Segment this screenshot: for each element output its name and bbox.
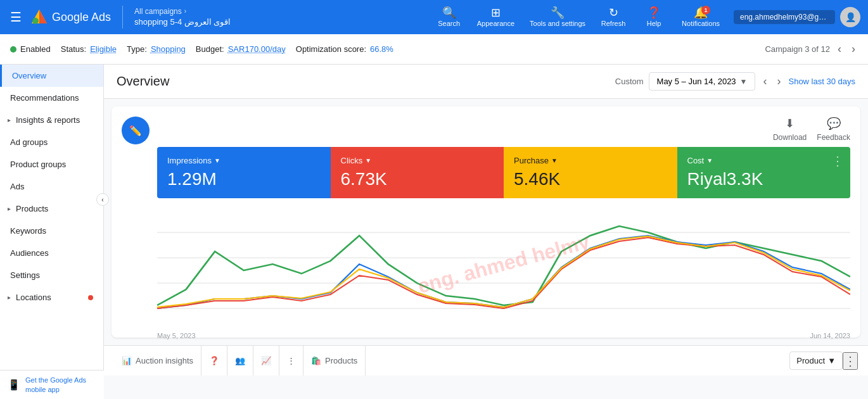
date-range-text: May 5 – Jun 14, 2023 bbox=[657, 77, 736, 86]
show-last-button[interactable]: Show last 30 days bbox=[788, 77, 855, 86]
feedback-label: Feedback bbox=[817, 133, 850, 142]
recommendations-label: Recommendations bbox=[10, 93, 79, 103]
sidebar: Overview Recommendations ▸ Insights & re… bbox=[0, 65, 104, 399]
sidebar-item-recommendations[interactable]: Recommendations bbox=[0, 87, 103, 109]
bottom-bar: 📊 Auction insights ❓ 👥 📈 ⋮ 🛍️ Products P… bbox=[104, 345, 868, 376]
clicks-card[interactable]: Clicks ▼ 6.73K bbox=[331, 147, 504, 198]
cost-card[interactable]: Cost ▼ Riyal3.3K ⋮ bbox=[677, 147, 851, 198]
search-nav-button[interactable]: 🔍 Search bbox=[430, 4, 468, 30]
status-value[interactable]: Eligible bbox=[90, 44, 117, 54]
date-dropdown-icon: ▼ bbox=[740, 77, 748, 86]
mobile-app-footer[interactable]: 📱 Get the Google Ads mobile app bbox=[0, 370, 104, 399]
overview-title: Overview bbox=[117, 74, 169, 89]
campaign-name-label: shopping 5-4 اقوى العروض bbox=[134, 16, 231, 28]
main-content: Overview Custom May 5 – Jun 14, 2023 ▼ ‹… bbox=[104, 65, 868, 399]
enabled-dot bbox=[10, 46, 16, 53]
insights-label: Insights & reports bbox=[16, 115, 80, 125]
user-email[interactable]: eng.ahmedhelmy93@gmail.co... bbox=[734, 10, 835, 24]
budget-value[interactable]: SAR170.00/day bbox=[228, 44, 286, 54]
campaign-navigation: Campaign 3 of 12 ‹ › bbox=[765, 40, 858, 58]
notification-badge: 🔔 1 bbox=[694, 7, 708, 18]
chart-dates: May 5, 2023 Jun 14, 2023 bbox=[157, 332, 850, 339]
hamburger-icon[interactable]: ☰ bbox=[8, 7, 24, 27]
svg-marker-1 bbox=[39, 10, 47, 23]
prev-campaign-button[interactable]: ‹ bbox=[835, 40, 844, 58]
bottom-more-button[interactable]: ⋮ bbox=[843, 352, 858, 370]
more-options-icon[interactable]: ⋮ bbox=[831, 153, 844, 168]
next-campaign-button[interactable]: › bbox=[849, 40, 858, 58]
product-dropdown-label: Product bbox=[796, 356, 825, 365]
optimization-value: 66.8% bbox=[370, 44, 393, 54]
impressions-card[interactable]: Impressions ▼ 1.29M bbox=[157, 147, 331, 198]
tools-nav-button[interactable]: 🔧 Tools and settings bbox=[523, 4, 592, 30]
feedback-icon: 💬 bbox=[827, 117, 841, 130]
sidebar-item-settings[interactable]: Settings bbox=[0, 264, 103, 286]
edit-button[interactable]: ✏️ bbox=[122, 117, 150, 144]
enabled-label: Enabled bbox=[20, 44, 51, 54]
help-label: Help bbox=[647, 20, 661, 27]
prev-date-button[interactable]: ‹ bbox=[760, 72, 769, 91]
sidebar-item-overview[interactable]: Overview bbox=[0, 65, 103, 87]
avatar[interactable]: 👤 bbox=[840, 7, 860, 27]
products-expand-icon: ▸ bbox=[8, 205, 11, 212]
audiences-label: Audiences bbox=[10, 248, 49, 258]
locations-alert-dot bbox=[88, 295, 93, 300]
budget-label-text: Budget: bbox=[196, 44, 224, 54]
status-label-text: Status: bbox=[61, 44, 86, 54]
pencil-icon: ✏️ bbox=[129, 125, 142, 137]
clicks-dropdown-icon: ▼ bbox=[365, 157, 371, 164]
type-value[interactable]: Shopping bbox=[151, 44, 186, 54]
impressions-dropdown-icon: ▼ bbox=[214, 157, 220, 164]
appearance-nav-button[interactable]: ⊞ Appearance bbox=[471, 4, 521, 30]
sidebar-item-ads[interactable]: Ads bbox=[0, 175, 103, 198]
locations-expand-icon: ▸ bbox=[8, 294, 11, 301]
locations-label: Locations bbox=[16, 293, 51, 302]
mobile-icon: 📱 bbox=[8, 379, 20, 391]
products-label: Products bbox=[16, 204, 48, 213]
nav-divider bbox=[122, 6, 123, 28]
auction-insights-label: Auction insights bbox=[136, 356, 193, 365]
search-icon: 🔍 bbox=[442, 7, 456, 18]
products-bottom-item[interactable]: 🛍️ Products bbox=[303, 346, 366, 376]
sidebar-item-insights[interactable]: ▸ Insights & reports bbox=[0, 109, 103, 131]
sidebar-item-locations[interactable]: ▸ Locations bbox=[0, 286, 103, 308]
trending-icon-item[interactable]: 📈 bbox=[253, 346, 279, 376]
help-nav-button[interactable]: ❓ Help bbox=[635, 4, 673, 30]
sidebar-item-ad-groups[interactable]: Ad groups bbox=[0, 131, 103, 153]
chart-container: ✏️ ⬇ Download 💬 Feedback bbox=[112, 106, 860, 338]
download-button[interactable]: ⬇ Download bbox=[773, 117, 807, 142]
sidebar-item-product-groups[interactable]: Product groups bbox=[0, 153, 103, 175]
type-label-text: Type: bbox=[127, 44, 147, 54]
sidebar-item-products[interactable]: ▸ Products bbox=[0, 198, 103, 220]
sidebar-item-keywords[interactable]: Keywords bbox=[0, 220, 103, 242]
purchase-card[interactable]: Purchase ▼ 5.46K bbox=[504, 147, 677, 198]
clicks-value: 6.73K bbox=[341, 169, 494, 189]
cost-dropdown-icon: ▼ bbox=[706, 157, 713, 164]
product-dropdown[interactable]: Product ▼ bbox=[789, 352, 843, 370]
all-campaigns-label[interactable]: All campaigns bbox=[134, 6, 182, 17]
status-bar: Enabled Status: Eligible Type: Shopping … bbox=[0, 34, 868, 65]
help-circle-item[interactable]: ❓ bbox=[201, 346, 227, 376]
date-range-button[interactable]: May 5 – Jun 14, 2023 ▼ bbox=[649, 72, 756, 91]
optimization-item: Optimization score: 66.8% bbox=[296, 44, 393, 54]
logo-icon bbox=[30, 8, 48, 26]
purchase-value: 5.46K bbox=[514, 169, 667, 189]
purchase-dropdown-icon: ▼ bbox=[551, 157, 558, 164]
refresh-nav-button[interactable]: ↻ Refresh bbox=[594, 4, 632, 30]
trending-icon: 📈 bbox=[261, 356, 271, 365]
svg-point-2 bbox=[32, 18, 39, 24]
help-circle-icon: ❓ bbox=[209, 356, 219, 365]
people-icon-item[interactable]: 👥 bbox=[227, 346, 253, 376]
chart-end-date: Jun 14, 2023 bbox=[810, 332, 850, 339]
more-dots-item[interactable]: ⋮ bbox=[279, 346, 303, 376]
line-chart: eng. ahmed helmy bbox=[157, 201, 850, 327]
impressions-label: Impressions bbox=[167, 156, 212, 165]
auction-insights-item[interactable]: 📊 Auction insights bbox=[114, 346, 201, 376]
keywords-label: Keywords bbox=[10, 226, 46, 236]
feedback-button[interactable]: 💬 Feedback bbox=[817, 117, 850, 142]
sidebar-item-audiences[interactable]: Audiences bbox=[0, 242, 103, 264]
campaign-info: All campaigns › shopping 5-4 اقوى العروض bbox=[134, 6, 231, 28]
notifications-nav-button[interactable]: 🔔 1 Notifications bbox=[675, 4, 726, 30]
next-date-button[interactable]: › bbox=[774, 72, 783, 91]
search-label: Search bbox=[438, 20, 460, 27]
